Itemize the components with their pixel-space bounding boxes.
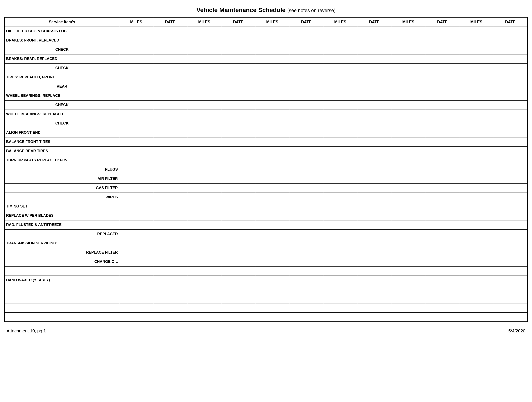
data-cell[interactable] <box>493 202 527 211</box>
data-cell[interactable] <box>187 285 221 294</box>
data-cell[interactable] <box>493 64 527 73</box>
data-cell[interactable] <box>493 193 527 202</box>
data-cell[interactable] <box>153 165 187 174</box>
data-cell[interactable] <box>391 174 425 183</box>
data-cell[interactable] <box>323 294 357 303</box>
data-cell[interactable] <box>459 229 493 239</box>
data-cell[interactable] <box>425 239 459 248</box>
data-cell[interactable] <box>221 146 255 156</box>
data-cell[interactable] <box>459 36 493 45</box>
data-cell[interactable] <box>425 248 459 257</box>
data-cell[interactable] <box>187 239 221 248</box>
data-cell[interactable] <box>255 285 289 294</box>
data-cell[interactable] <box>187 266 221 276</box>
data-cell[interactable] <box>153 174 187 183</box>
data-cell[interactable] <box>255 156 289 165</box>
data-cell[interactable] <box>459 137 493 146</box>
data-cell[interactable] <box>493 100 527 110</box>
data-cell[interactable] <box>119 45 153 54</box>
data-cell[interactable] <box>459 211 493 220</box>
data-cell[interactable] <box>493 146 527 156</box>
data-cell[interactable] <box>255 211 289 220</box>
data-cell[interactable] <box>357 91 391 100</box>
data-cell[interactable] <box>289 239 323 248</box>
data-cell[interactable] <box>323 276 357 285</box>
data-cell[interactable] <box>391 229 425 239</box>
data-cell[interactable] <box>357 276 391 285</box>
data-cell[interactable] <box>391 137 425 146</box>
data-cell[interactable] <box>289 266 323 276</box>
data-cell[interactable] <box>289 211 323 220</box>
data-cell[interactable] <box>153 285 187 294</box>
data-cell[interactable] <box>493 266 527 276</box>
data-cell[interactable] <box>391 73 425 82</box>
data-cell[interactable] <box>221 193 255 202</box>
data-cell[interactable] <box>289 156 323 165</box>
data-cell[interactable] <box>493 174 527 183</box>
data-cell[interactable] <box>255 294 289 303</box>
data-cell[interactable] <box>323 119 357 128</box>
data-cell[interactable] <box>289 146 323 156</box>
data-cell[interactable] <box>357 202 391 211</box>
data-cell[interactable] <box>289 220 323 229</box>
data-cell[interactable] <box>289 64 323 73</box>
data-cell[interactable] <box>153 128 187 137</box>
data-cell[interactable] <box>289 202 323 211</box>
data-cell[interactable] <box>459 26 493 36</box>
data-cell[interactable] <box>255 183 289 193</box>
data-cell[interactable] <box>459 248 493 257</box>
data-cell[interactable] <box>119 312 153 322</box>
data-cell[interactable] <box>425 220 459 229</box>
data-cell[interactable] <box>187 26 221 36</box>
data-cell[interactable] <box>357 220 391 229</box>
data-cell[interactable] <box>221 36 255 45</box>
data-cell[interactable] <box>459 54 493 64</box>
data-cell[interactable] <box>425 276 459 285</box>
data-cell[interactable] <box>153 183 187 193</box>
data-cell[interactable] <box>289 82 323 91</box>
data-cell[interactable] <box>221 54 255 64</box>
data-cell[interactable] <box>119 276 153 285</box>
data-cell[interactable] <box>119 183 153 193</box>
data-cell[interactable] <box>289 73 323 82</box>
data-cell[interactable] <box>425 257 459 266</box>
data-cell[interactable] <box>391 285 425 294</box>
data-cell[interactable] <box>255 239 289 248</box>
data-cell[interactable] <box>323 137 357 146</box>
data-cell[interactable] <box>153 26 187 36</box>
data-cell[interactable] <box>323 64 357 73</box>
data-cell[interactable] <box>357 285 391 294</box>
data-cell[interactable] <box>255 91 289 100</box>
data-cell[interactable] <box>493 45 527 54</box>
data-cell[interactable] <box>493 165 527 174</box>
data-cell[interactable] <box>459 276 493 285</box>
data-cell[interactable] <box>289 312 323 322</box>
data-cell[interactable] <box>153 82 187 91</box>
data-cell[interactable] <box>255 54 289 64</box>
data-cell[interactable] <box>289 54 323 64</box>
data-cell[interactable] <box>187 137 221 146</box>
data-cell[interactable] <box>493 156 527 165</box>
data-cell[interactable] <box>493 257 527 266</box>
data-cell[interactable] <box>221 128 255 137</box>
data-cell[interactable] <box>425 165 459 174</box>
data-cell[interactable] <box>357 312 391 322</box>
data-cell[interactable] <box>187 229 221 239</box>
data-cell[interactable] <box>289 119 323 128</box>
data-cell[interactable] <box>187 174 221 183</box>
data-cell[interactable] <box>323 257 357 266</box>
data-cell[interactable] <box>289 91 323 100</box>
data-cell[interactable] <box>391 202 425 211</box>
data-cell[interactable] <box>459 239 493 248</box>
data-cell[interactable] <box>187 276 221 285</box>
data-cell[interactable] <box>153 54 187 64</box>
data-cell[interactable] <box>119 137 153 146</box>
data-cell[interactable] <box>425 128 459 137</box>
data-cell[interactable] <box>357 110 391 119</box>
data-cell[interactable] <box>391 294 425 303</box>
data-cell[interactable] <box>391 91 425 100</box>
data-cell[interactable] <box>425 91 459 100</box>
data-cell[interactable] <box>153 229 187 239</box>
data-cell[interactable] <box>221 119 255 128</box>
data-cell[interactable] <box>255 110 289 119</box>
